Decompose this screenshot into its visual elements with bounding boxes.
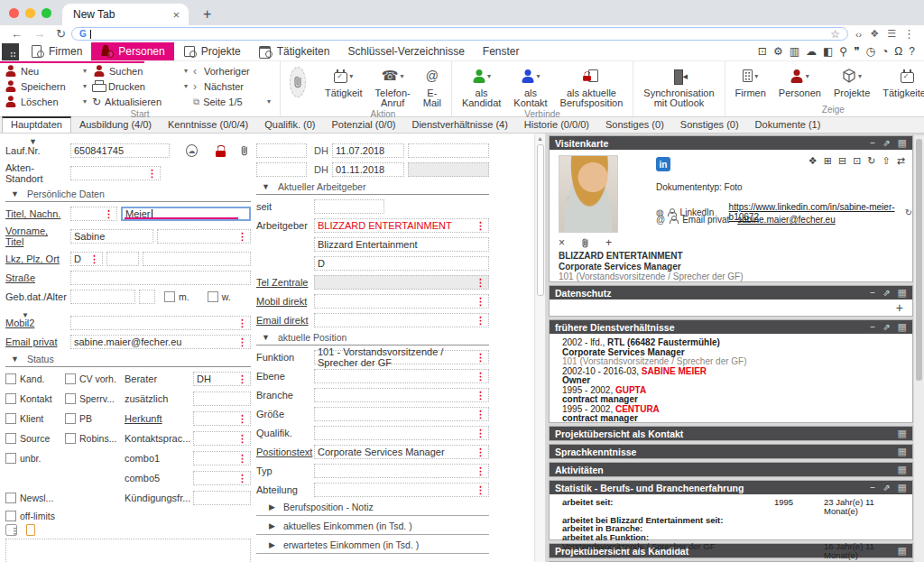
new-button[interactable]: Neu▾ (4, 64, 87, 78)
lookup-menu-icon[interactable]: ⋮ (476, 372, 485, 381)
collapse-icon[interactable]: ▼ (11, 355, 19, 364)
activity-button[interactable]: ▾ Tätigkeit (319, 64, 369, 98)
upload-icon[interactable]: ⇧ (882, 155, 891, 167)
lookup-menu-icon[interactable]: ⋮ (237, 232, 247, 241)
lookup-menu-icon[interactable]: ⋮ (237, 434, 247, 443)
notes-list-icon[interactable] (5, 524, 17, 536)
geaendert-von-input[interactable] (256, 162, 307, 177)
zusatz1-input[interactable] (408, 143, 489, 158)
kandidat-checkbox[interactable]: Kand. (5, 373, 65, 384)
record-tab[interactable]: Sonstiges (0) (597, 117, 672, 133)
source-checkbox[interactable]: Source (5, 433, 65, 444)
nachname-input[interactable]: Meier (121, 207, 251, 221)
lookup-menu-icon[interactable]: ⋮ (476, 466, 485, 475)
herkunft-label[interactable]: Herkunft (125, 413, 193, 424)
reload-icon[interactable]: ↻ (56, 27, 66, 41)
email-button[interactable]: @ E-Mail (417, 64, 448, 108)
card-header[interactable]: Datenschutz − ⇗ ▦ (550, 286, 912, 299)
lock-icon[interactable] (216, 145, 226, 157)
pb-checkbox[interactable]: PB (65, 413, 125, 424)
positionstext-label[interactable]: Positionstext (256, 447, 310, 457)
window-minimize-button[interactable] (25, 8, 35, 18)
scroll-up-icon[interactable]: ▲ (537, 135, 543, 142)
outlook-sync-button[interactable]: Synchronisation mit Outlook (637, 64, 720, 108)
minimize-icon[interactable]: − (870, 483, 875, 493)
browser-tab[interactable]: New Tab × (62, 4, 189, 25)
zusaetzlich-input[interactable] (193, 392, 251, 406)
email-privat-input[interactable]: sabine.maier@fecher.eu⋮ (70, 335, 251, 349)
combo1-input[interactable]: ⋮ (193, 451, 251, 465)
mobil-direkt-label[interactable]: Mobil direkt (256, 296, 310, 307)
expand-icon[interactable]: ⇗ (882, 138, 890, 148)
record-tab[interactable]: Sonstiges (0) (672, 117, 747, 133)
berater-input[interactable]: DH⋮ (193, 372, 251, 386)
previous-button[interactable]: ‹Vorheriger (193, 64, 271, 78)
lookup-menu-icon[interactable]: ⋮ (476, 428, 485, 438)
lookup-menu-icon[interactable]: ⋮ (237, 337, 247, 346)
collapsed-section[interactable]: ▶aktuelles Einkommen (in Tsd. ) (256, 521, 489, 535)
card-header[interactable]: Aktivitäten ▦ (550, 463, 912, 476)
funktion-input[interactable]: 101 - Vorstandsvorsitzende / Sprecher de… (314, 350, 489, 364)
mobil2-label[interactable]: Mobil2 (5, 318, 67, 328)
recent-clock-icon[interactable]: ◔ (882, 45, 888, 58)
page-selector[interactable]: ⧉Seite 1/5▾ (193, 95, 271, 108)
paperclip-icon[interactable] (579, 237, 591, 249)
refresh-icon[interactable]: ↻ (867, 155, 875, 167)
combo5-input[interactable]: ⋮ (193, 471, 251, 485)
dropdown-icon[interactable]: ▾ (184, 82, 188, 90)
kontakt-checkbox[interactable]: Kontakt (5, 393, 65, 404)
notifications-bell-icon[interactable]: Ω (894, 45, 902, 58)
kuendigungsfrist-input[interactable] (193, 491, 251, 505)
address-input[interactable]: G ☆ (71, 27, 848, 41)
grid-icon[interactable]: ▦ (898, 446, 907, 457)
next-button[interactable]: ›Nächster (193, 79, 271, 93)
lkz-input[interactable]: D⋮ (70, 252, 103, 266)
record-tab[interactable]: Qualifik. (0) (256, 117, 323, 133)
robinson-checkbox[interactable]: Robins... (65, 433, 125, 444)
lookup-menu-icon[interactable]: ⋮ (476, 447, 485, 456)
titel-nachname-label[interactable]: Titel, Nachn. (5, 208, 67, 219)
qualifikation-input[interactable]: ⋮ (314, 426, 489, 440)
swap-icon[interactable]: ⇄ (897, 155, 905, 167)
code-extension-icon[interactable]: ‹› (855, 29, 862, 40)
geschlecht-m-checkbox[interactable]: m. (164, 291, 189, 302)
kontaktsprache-input[interactable]: ⋮ (193, 431, 251, 446)
lookup-menu-icon[interactable]: ⋮ (476, 353, 485, 362)
card-header[interactable]: Sprachkenntnisse ▦ (550, 445, 912, 458)
newsletter-checkbox[interactable]: Newsl... (5, 493, 65, 503)
dropdown-icon[interactable]: ▾ (349, 72, 353, 80)
card-header[interactable]: frühere Dienstverhältnisse − ⇗ ▦ (550, 320, 912, 334)
email-privat-label[interactable]: Email privat (5, 336, 67, 347)
lookup-menu-icon[interactable]: ⋮ (237, 374, 247, 383)
arbeitgeber-name-input[interactable]: Blizzard Entertainment (314, 237, 489, 252)
cv-vorhanden-checkbox[interactable]: CV vorh. (65, 373, 125, 384)
collapse-icon[interactable]: ▼ (11, 189, 19, 198)
titel2-input[interactable]: ⋮ (157, 229, 251, 244)
tab-close-icon[interactable]: × (171, 8, 181, 22)
monitor-icon[interactable]: ⊡ (758, 45, 767, 58)
document-icon[interactable] (26, 524, 35, 536)
off-limits-checkbox[interactable]: off-limits (5, 511, 55, 521)
ebene-input[interactable]: ⋮ (314, 369, 489, 383)
record-tab[interactable]: Hauptdaten (2, 116, 71, 133)
tel-zentrale-input[interactable]: ⋮ (314, 275, 489, 290)
show-activities-button[interactable]: Tätigkeiten (876, 64, 924, 98)
expand-icon[interactable]: ⇗ (882, 288, 890, 298)
dropdown-icon[interactable]: ▾ (487, 72, 491, 80)
arbeitgeber-land-input[interactable]: D (314, 256, 489, 271)
zusatz2-input[interactable] (408, 162, 489, 177)
minimize-icon[interactable]: − (870, 322, 875, 332)
puzzle-extensions-icon[interactable]: ❖ (870, 28, 879, 40)
scrollbar-thumb[interactable] (537, 144, 544, 296)
menubar-item[interactable]: Firmen (22, 42, 91, 60)
expand-icon[interactable]: ⇗ (882, 483, 890, 493)
lookup-menu-icon[interactable]: ⋮ (147, 169, 157, 178)
minimize-icon[interactable]: − (870, 288, 875, 298)
add-entry-icon[interactable]: + (896, 300, 903, 315)
cards-panel-scrollbar[interactable] (914, 135, 924, 562)
expand-icon[interactable]: ⇗ (882, 322, 890, 332)
record-tab[interactable]: Ausbildung (4/0) (71, 117, 160, 133)
save-button[interactable]: Speichern▾ (4, 79, 87, 93)
lookup-menu-icon[interactable]: ⋮ (237, 318, 247, 327)
abteilung-input[interactable]: ⋮ (314, 483, 489, 497)
